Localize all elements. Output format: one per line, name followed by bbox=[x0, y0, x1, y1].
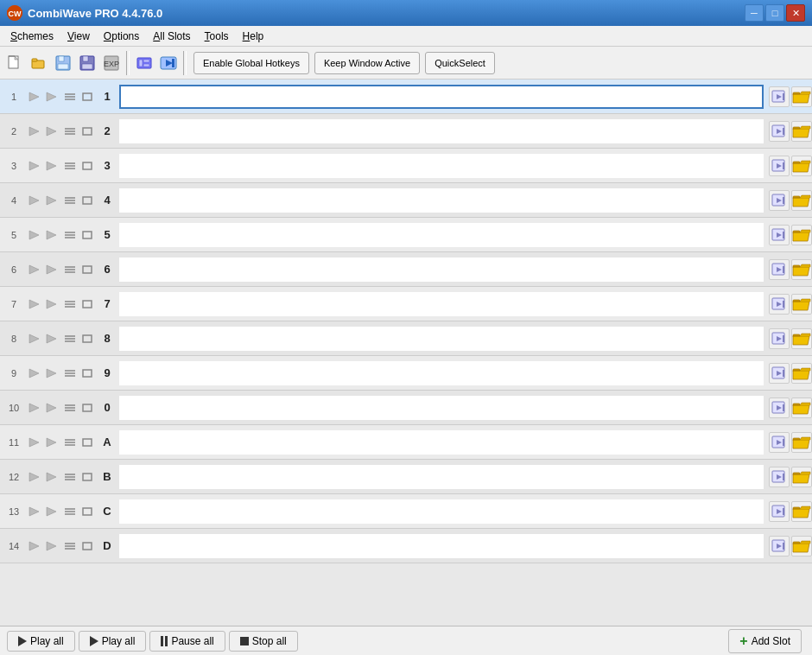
slot-export-btn-14[interactable] bbox=[769, 536, 790, 556]
flag2-icon-9[interactable] bbox=[45, 367, 60, 379]
slot-name-box-7[interactable] bbox=[119, 292, 764, 316]
flag2-icon-11[interactable] bbox=[45, 436, 60, 448]
square-icon-2[interactable] bbox=[79, 125, 95, 137]
slot-row-4[interactable]: 4 4 bbox=[0, 183, 812, 218]
flag1-icon-5[interactable] bbox=[28, 229, 43, 241]
slot-name-box-3[interactable] bbox=[119, 154, 764, 178]
flag1-icon-1[interactable] bbox=[28, 91, 43, 103]
flag2-icon-6[interactable] bbox=[45, 264, 60, 276]
lines-icon-12[interactable] bbox=[62, 471, 78, 483]
flag1-icon-6[interactable] bbox=[28, 264, 43, 276]
slot-row-6[interactable]: 6 6 bbox=[0, 252, 812, 287]
flag1-icon-3[interactable] bbox=[28, 160, 43, 172]
square-icon-12[interactable] bbox=[79, 471, 95, 483]
slot-name-box-1[interactable] bbox=[119, 85, 764, 109]
square-icon-1[interactable] bbox=[79, 91, 95, 103]
flag2-icon-13[interactable] bbox=[45, 506, 60, 518]
flag1-icon-12[interactable] bbox=[28, 471, 43, 483]
menu-allslots[interactable]: All Slots bbox=[146, 29, 197, 44]
lines-icon-5[interactable] bbox=[62, 229, 78, 241]
slot-export-btn-8[interactable] bbox=[769, 328, 790, 349]
slot-name-box-2[interactable] bbox=[119, 119, 764, 143]
lines-icon-13[interactable] bbox=[62, 506, 78, 518]
lines-icon-1[interactable] bbox=[62, 91, 78, 103]
flag2-icon-8[interactable] bbox=[45, 333, 60, 345]
slot-folder-btn-6[interactable] bbox=[791, 259, 812, 280]
slot-folder-btn-13[interactable] bbox=[791, 501, 812, 522]
slot-folder-btn-8[interactable] bbox=[791, 328, 812, 349]
lines-icon-2[interactable] bbox=[62, 125, 78, 137]
slot-export-btn-12[interactable] bbox=[769, 467, 790, 487]
flag1-icon-9[interactable] bbox=[28, 367, 43, 379]
slot-folder-btn-2[interactable] bbox=[791, 121, 812, 142]
flag2-icon-5[interactable] bbox=[45, 229, 60, 241]
square-icon-8[interactable] bbox=[79, 333, 95, 345]
slot-name-box-11[interactable] bbox=[119, 430, 764, 455]
slot-folder-btn-7[interactable] bbox=[791, 294, 812, 315]
pause-all-button[interactable]: Pause all bbox=[149, 631, 225, 652]
export-button[interactable]: EXP bbox=[100, 52, 123, 74]
slot-export-btn-13[interactable] bbox=[769, 501, 790, 522]
slot-export-btn-1[interactable] bbox=[769, 86, 790, 107]
slot-name-box-8[interactable] bbox=[119, 327, 764, 351]
menu-options[interactable]: Options bbox=[97, 29, 146, 44]
square-icon-5[interactable] bbox=[79, 229, 95, 241]
slot-export-btn-11[interactable] bbox=[769, 432, 790, 453]
lines-icon-11[interactable] bbox=[62, 436, 78, 448]
flag2-icon-2[interactable] bbox=[45, 125, 60, 137]
slot-export-btn-9[interactable] bbox=[769, 363, 790, 384]
slot-name-box-14[interactable] bbox=[119, 534, 764, 558]
square-icon-9[interactable] bbox=[79, 367, 95, 379]
close-button[interactable]: ✕ bbox=[786, 4, 805, 22]
maximize-button[interactable]: □ bbox=[765, 4, 784, 22]
square-icon-4[interactable] bbox=[79, 194, 95, 207]
menu-help[interactable]: Help bbox=[236, 29, 271, 44]
slot-name-box-10[interactable] bbox=[119, 396, 764, 420]
add-slot-button[interactable]: + Add Slot bbox=[728, 629, 802, 653]
slot-folder-btn-11[interactable] bbox=[791, 432, 812, 453]
slot-row-7[interactable]: 7 7 bbox=[0, 287, 812, 321]
slot-row-10[interactable]: 10 0 bbox=[0, 391, 812, 425]
slot-export-btn-5[interactable] bbox=[769, 225, 790, 245]
enable-global-hotkeys-button[interactable]: Enable Global Hotkeys bbox=[193, 52, 309, 74]
save-button[interactable] bbox=[76, 52, 98, 74]
slot-folder-btn-10[interactable] bbox=[791, 397, 812, 418]
slot-name-box-9[interactable] bbox=[119, 361, 764, 385]
flag1-icon-7[interactable] bbox=[28, 298, 43, 310]
flag2-icon-4[interactable] bbox=[45, 194, 60, 207]
slot-name-box-5[interactable] bbox=[119, 223, 764, 247]
flag2-icon-7[interactable] bbox=[45, 298, 60, 310]
stop-all-button[interactable]: Stop all bbox=[229, 631, 298, 652]
lines-icon-6[interactable] bbox=[62, 264, 78, 276]
flag1-icon-11[interactable] bbox=[28, 436, 43, 448]
save-as-button[interactable] bbox=[52, 52, 74, 74]
new-button[interactable] bbox=[3, 52, 26, 74]
square-icon-6[interactable] bbox=[79, 264, 95, 276]
square-icon-11[interactable] bbox=[79, 436, 95, 448]
flag2-icon-10[interactable] bbox=[45, 402, 60, 414]
play-all-button-2[interactable]: Play all bbox=[79, 631, 147, 652]
lines-icon-3[interactable] bbox=[62, 160, 78, 172]
slot-export-btn-2[interactable] bbox=[769, 121, 790, 142]
slot-name-box-13[interactable] bbox=[119, 499, 764, 524]
flag1-icon-2[interactable] bbox=[28, 125, 43, 137]
flag2-icon-1[interactable] bbox=[45, 91, 60, 103]
slot-name-box-12[interactable] bbox=[119, 465, 764, 489]
slot-row-1[interactable]: 1 1 bbox=[0, 79, 812, 114]
flag1-icon-14[interactable] bbox=[28, 540, 43, 552]
quickselect-button[interactable]: QuickSelect bbox=[425, 52, 495, 74]
slot-folder-btn-1[interactable] bbox=[791, 86, 812, 107]
play-all-button-1[interactable]: Play all bbox=[7, 631, 75, 652]
flag2-icon-12[interactable] bbox=[45, 471, 60, 483]
special-button[interactable] bbox=[133, 52, 155, 74]
lines-icon-4[interactable] bbox=[62, 194, 78, 207]
lines-icon-9[interactable] bbox=[62, 367, 78, 379]
slot-folder-btn-3[interactable] bbox=[791, 156, 812, 176]
square-icon-3[interactable] bbox=[79, 160, 95, 172]
menu-schemes[interactable]: Schemes bbox=[3, 29, 60, 44]
flag1-icon-13[interactable] bbox=[28, 506, 43, 518]
minimize-button[interactable]: ─ bbox=[745, 4, 764, 22]
slot-row-2[interactable]: 2 2 bbox=[0, 114, 812, 149]
flag1-icon-4[interactable] bbox=[28, 194, 43, 207]
flag2-icon-3[interactable] bbox=[45, 160, 60, 172]
